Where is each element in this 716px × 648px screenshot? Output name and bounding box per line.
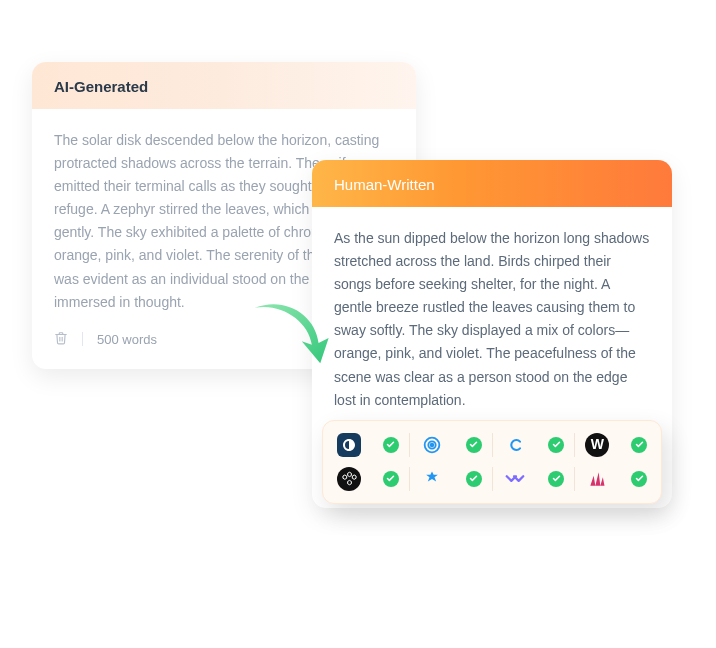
contentscale-icon	[585, 467, 609, 491]
check-icon	[631, 437, 647, 453]
gptzero-icon	[337, 433, 361, 457]
detector-crossplag	[503, 467, 576, 491]
human-card-title: Human-Written	[312, 160, 672, 207]
openai-icon	[337, 467, 361, 491]
detector-copyleaks	[503, 433, 576, 457]
detector-openai	[337, 467, 410, 491]
check-icon	[466, 471, 482, 487]
detector-contentscale	[585, 467, 647, 491]
sapling-icon	[420, 467, 444, 491]
trash-icon[interactable]	[54, 330, 68, 349]
check-icon	[548, 437, 564, 453]
word-count: 500 words	[97, 332, 157, 347]
check-icon	[548, 471, 564, 487]
detector-gptzero	[337, 433, 410, 457]
detector-row-2	[337, 467, 647, 491]
ai-card-title: AI-Generated	[32, 62, 416, 109]
check-icon	[383, 437, 399, 453]
detector-results: W	[322, 420, 662, 504]
svg-point-2	[430, 443, 433, 446]
divider	[82, 332, 83, 346]
check-icon	[631, 471, 647, 487]
human-card-body: As the sun dipped below the horizon long…	[312, 207, 672, 508]
crossplag-icon	[503, 467, 527, 491]
originality-icon	[420, 433, 444, 457]
detector-originality	[420, 433, 493, 457]
human-written-card: Human-Written As the sun dipped below th…	[312, 160, 672, 508]
detector-row-1: W	[337, 433, 647, 457]
check-icon	[383, 471, 399, 487]
human-card-text: As the sun dipped below the horizon long…	[334, 227, 650, 412]
detector-writer: W	[585, 433, 647, 457]
detector-sapling	[420, 467, 493, 491]
check-icon	[466, 437, 482, 453]
copyleaks-icon	[503, 433, 527, 457]
writer-icon: W	[585, 433, 609, 457]
